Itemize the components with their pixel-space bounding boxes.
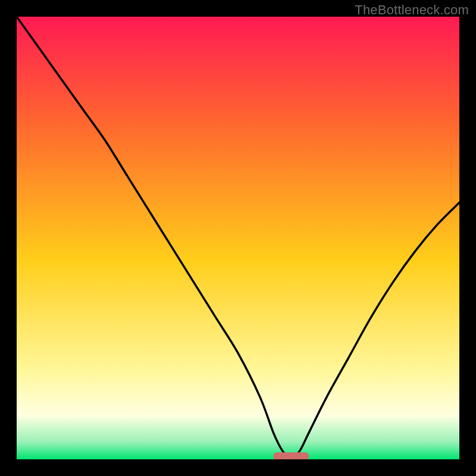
optimum-marker	[274, 452, 309, 459]
chart-svg	[17, 17, 459, 459]
watermark-text: TheBottleneck.com	[355, 2, 469, 18]
plot-area	[17, 17, 459, 459]
chart-frame: TheBottleneck.com	[0, 0, 476, 476]
gradient-background	[17, 17, 459, 459]
